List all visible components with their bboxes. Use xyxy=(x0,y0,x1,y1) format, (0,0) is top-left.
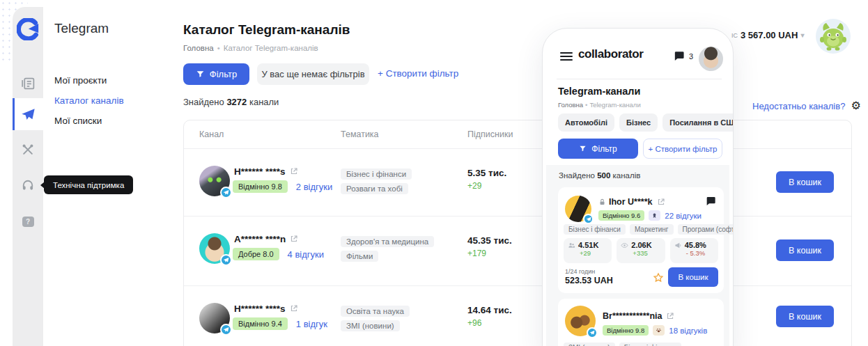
mascot-avatar[interactable] xyxy=(815,18,851,54)
channel-avatar xyxy=(565,196,591,222)
add-to-cart-button[interactable]: В кошик xyxy=(776,306,834,327)
chevron-down-icon: ▾ xyxy=(800,31,804,39)
chip-business[interactable]: Бізнес xyxy=(619,113,658,132)
add-to-cart-button[interactable]: В кошик xyxy=(776,239,834,261)
funnel-icon xyxy=(579,145,587,152)
gear-icon[interactable]: ⚙ xyxy=(851,100,860,111)
divider xyxy=(557,79,722,79)
channel-card: Br***********nia Відмінно 9.8 18 відгукі… xyxy=(558,299,724,346)
reviews-link[interactable]: 18 відгуків xyxy=(669,327,707,335)
add-to-cart-button[interactable]: В кошик xyxy=(668,267,718,287)
channel-card: Ihor U****k Відмінно 9.6 22 відгуки Бізн… xyxy=(558,187,724,293)
phone-results-count: Знайдено 500 каналів xyxy=(559,171,640,180)
table-header: Канал Тематика Підписники xyxy=(184,120,851,149)
rating-badge: Відмінно 9.8 xyxy=(233,180,288,193)
telegram-catalog-icon[interactable] xyxy=(13,98,43,130)
channel-name[interactable]: A****** ****n xyxy=(234,234,298,244)
phone-results-list: Знайдено 500 каналів Ihor U****k xyxy=(546,165,729,346)
external-link-icon[interactable] xyxy=(290,167,298,175)
support-tooltip: Технічна підтримка xyxy=(44,175,133,194)
collaborator-logo-icon[interactable] xyxy=(17,18,39,40)
phone-page-title: Telegram-канали xyxy=(558,86,641,97)
column-channel: Канал xyxy=(199,129,224,139)
channel-avatar xyxy=(199,303,230,333)
breadcrumb-current: Каталог Telegram-каналів xyxy=(224,44,318,52)
favorite-star-icon[interactable] xyxy=(653,272,664,283)
channel-name[interactable]: Br***********nia xyxy=(603,311,674,321)
breadcrumb-home[interactable]: Головна xyxy=(183,44,214,52)
external-link-icon[interactable] xyxy=(666,312,674,320)
telegram-badge-icon xyxy=(220,187,232,198)
results-count: Знайдено 3272 канали xyxy=(183,97,279,107)
channel-stats: 4.51K +29 2.06K +335 xyxy=(564,238,718,263)
table-row: H****** ****s Відмінно 9.4 1 відгук Осві… xyxy=(184,286,851,346)
topic-tags: Бізнес і фінанси Маркетинг Програми (соф… xyxy=(564,224,734,235)
balance-selector[interactable]: IC 3 567.00 UAH ▾ xyxy=(731,30,804,40)
create-filter-button[interactable]: + Створити фільтр xyxy=(378,68,458,79)
filter-chips: Автомобілі Бізнес Посилання в США xyxy=(558,113,734,132)
telegram-badge-icon xyxy=(583,214,594,224)
phone-filter-button[interactable]: Фільтр xyxy=(558,139,638,159)
reviews-link[interactable]: 22 відгуки xyxy=(665,212,702,220)
support-tooltip-label: Технічна підтримка xyxy=(53,181,124,189)
filter-button[interactable]: Фільтр xyxy=(183,63,249,85)
subscribers-stat: 4.51K +29 xyxy=(564,238,612,263)
channel-avatar xyxy=(565,306,596,336)
insufficient-channels-link[interactable]: Недостатньо каналів? ⚙ xyxy=(752,100,861,111)
rating-badge: Відмінно 9.6 xyxy=(598,210,644,221)
telegram-badge-icon xyxy=(220,324,232,336)
external-link-icon[interactable] xyxy=(657,198,665,206)
faq-icon[interactable]: ? xyxy=(13,205,43,237)
channel-name[interactable]: H****** ****s xyxy=(234,166,298,177)
chat-icon[interactable] xyxy=(704,196,717,207)
add-to-cart-button[interactable]: В кошик xyxy=(776,171,834,193)
views-stat: 2.06K +335 xyxy=(617,238,665,263)
tools-icon[interactable] xyxy=(13,134,43,166)
column-subscribers: Підписники xyxy=(467,129,513,139)
er-stat: 45.8% - 5.3% xyxy=(670,238,718,263)
topic-tags: Освіта та наука ЗМІ (новини) xyxy=(341,306,410,331)
subscribers-delta: +96 xyxy=(467,318,481,328)
paw-icon xyxy=(653,325,665,336)
subscribers-count: 5.35 тис. xyxy=(467,168,506,178)
reviews-link[interactable]: 2 відгуки xyxy=(296,182,332,192)
rating-badge: Відмінно 9.4 xyxy=(233,317,288,330)
sidebar-rail: ? xyxy=(13,7,43,346)
external-link-icon[interactable] xyxy=(290,304,298,313)
hamburger-menu-icon[interactable] xyxy=(560,52,573,61)
channels-table: Канал Тематика Підписники H****** ****s … xyxy=(183,120,852,346)
funnel-icon xyxy=(196,70,205,79)
rating-badge: Добре 8.0 xyxy=(233,248,279,260)
subscribers-delta: +179 xyxy=(467,249,486,258)
medal-icon xyxy=(649,210,660,221)
chat-icon[interactable] xyxy=(672,50,685,62)
topic-tags: Бізнес і фінанси Розваги та хобі xyxy=(341,168,412,194)
views-icon xyxy=(621,242,628,249)
sidebar-section-title: Telegram xyxy=(54,21,109,36)
rating-badge: Відмінно 9.8 xyxy=(603,325,649,336)
app-panel: ? Telegram Мої проєкти Каталог каналів М… xyxy=(13,7,868,346)
channel-avatar xyxy=(199,166,230,196)
sidebar-item-channel-catalog[interactable]: Каталог каналів xyxy=(54,95,124,107)
chip-automobiles[interactable]: Автомобілі xyxy=(558,113,614,132)
phone-breadcrumb: Головна•Telegram-канали xyxy=(558,101,641,109)
reviews-link[interactable]: 4 відгуки xyxy=(288,249,324,260)
chip-usa-links[interactable]: Посилання в США xyxy=(662,113,734,132)
telegram-badge-icon xyxy=(587,327,598,338)
channel-name[interactable]: Ihor U****k xyxy=(598,197,665,207)
channel-name[interactable]: H****** ****s xyxy=(234,304,298,314)
telegram-badge-icon xyxy=(220,254,232,266)
support-headphones-icon[interactable] xyxy=(13,169,43,201)
user-avatar[interactable] xyxy=(699,47,723,71)
phone-create-filter-button[interactable]: + Створити фільтр xyxy=(643,139,722,159)
reviews-link[interactable]: 1 відгук xyxy=(296,319,327,329)
chat-count: 3 xyxy=(689,52,693,61)
sidebar-item-my-lists[interactable]: Мої списки xyxy=(54,116,102,127)
table-row: A****** ****n Добре 8.0 4 відгуки Здоров… xyxy=(184,217,851,286)
price: 523.53 UAH xyxy=(565,276,613,285)
subscribers-delta: +29 xyxy=(467,181,481,191)
table-row: H****** ****s Відмінно 9.8 2 відгуки Біз… xyxy=(184,149,851,217)
sidebar-item-my-projects[interactable]: Мої проєкти xyxy=(54,75,107,87)
projects-icon[interactable] xyxy=(13,67,43,99)
external-link-icon[interactable] xyxy=(290,235,298,243)
